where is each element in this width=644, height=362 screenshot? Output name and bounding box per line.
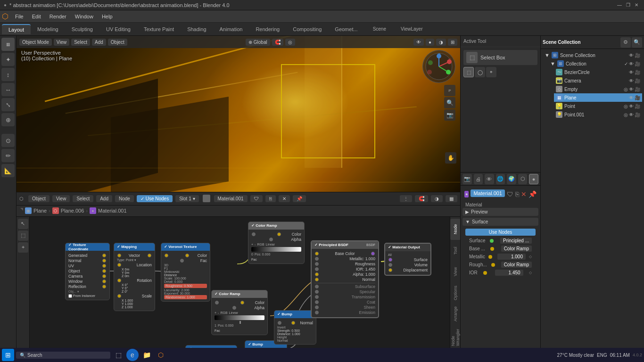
sc-eye-p1[interactable]: ◎ bbox=[624, 112, 628, 117]
prop-material-icon[interactable]: ● bbox=[529, 174, 538, 184]
tab-view-layer[interactable]: ViewLayer bbox=[394, 25, 429, 33]
sc-cam-0[interactable]: 🎥 bbox=[635, 53, 640, 58]
viewport-snap-btn[interactable]: 🧲 bbox=[272, 39, 283, 46]
sc-opt-pt[interactable]: 🎥 bbox=[635, 104, 640, 109]
sc-cam-b[interactable]: 🎥 bbox=[635, 70, 640, 75]
sc-eye-b[interactable]: 👁 bbox=[629, 70, 634, 75]
node-select-btn[interactable]: Select bbox=[73, 195, 93, 202]
node-material-btn[interactable]: Material.001 bbox=[214, 195, 248, 202]
viewport-global-btn[interactable]: ⊕ Global bbox=[246, 39, 270, 46]
node-overlay-btn[interactable]: ◑ bbox=[431, 195, 443, 202]
sc-cam-cam[interactable]: 🎥 bbox=[635, 78, 640, 83]
material-copy[interactable]: ⎘ bbox=[515, 190, 519, 198]
tab-compositing[interactable]: Compositing bbox=[286, 25, 328, 34]
tab-rendering[interactable]: Rendering bbox=[249, 25, 286, 34]
taskbar-explorer[interactable]: 📁 bbox=[140, 349, 153, 361]
tab-scene-select[interactable]: Scene bbox=[366, 25, 393, 33]
sc-eye-p[interactable]: 👁 bbox=[629, 95, 634, 100]
sc-point[interactable]: 💡 Point ◎ 👁 🎥 bbox=[554, 102, 642, 110]
viewport-gizmo[interactable]: X Z P 🔍 bbox=[422, 50, 455, 121]
sidebar-icon-tool2[interactable]: ↕ bbox=[1, 68, 15, 81]
viewport-nav-zoom[interactable]: 🔍 bbox=[444, 97, 455, 108]
sc-check[interactable]: ✓ bbox=[624, 61, 628, 66]
start-button[interactable]: ⊞ bbox=[2, 349, 14, 361]
tool-mode-box[interactable]: ⬚ bbox=[463, 67, 474, 77]
sc-plane[interactable]: ▦ Plane 👁 🎥 bbox=[554, 93, 642, 102]
prop-object-icon[interactable]: ⬡ bbox=[518, 174, 528, 184]
node-copy-btn[interactable]: ⎘ bbox=[265, 195, 276, 202]
prop-output-icon[interactable]: 🖨 bbox=[474, 174, 483, 184]
sc-camera[interactable]: 📷 Camera 👁 🎥 bbox=[554, 76, 642, 85]
viewport-object-btn[interactable]: Object bbox=[108, 39, 127, 46]
node-slot-btn[interactable]: Slot 1 ▾ bbox=[175, 195, 198, 202]
node-tool-lasso[interactable]: ⌖ bbox=[18, 242, 28, 253]
sidebar-icon-tool3[interactable]: ↔ bbox=[1, 83, 15, 96]
node-use-nodes-btn[interactable]: ✓ Use Nodes bbox=[137, 195, 173, 202]
use-nodes-btn[interactable]: Use Nodes bbox=[465, 229, 536, 236]
sc-opt-p1[interactable]: 🎥 bbox=[635, 112, 640, 117]
sidebar-icon-cursor[interactable]: ⊙ bbox=[1, 134, 15, 147]
sc-eye-pt[interactable]: ◎ bbox=[624, 104, 628, 109]
material-name[interactable]: Material.001 bbox=[471, 189, 505, 197]
ior-reset[interactable]: ◇ bbox=[529, 271, 532, 275]
node-mapping[interactable]: ✓ Mapping Vector Type: Point ▾ Location … bbox=[114, 243, 155, 311]
node-node-btn[interactable]: Node bbox=[115, 195, 134, 202]
viewport-add-btn[interactable]: Add bbox=[92, 39, 106, 46]
node-layout-btn[interactable]: ▦ bbox=[446, 195, 457, 202]
gizmo-circle[interactable]: X Z bbox=[422, 50, 455, 83]
node-tab-options[interactable]: Options bbox=[450, 282, 461, 304]
node-color-ramp-top[interactable]: ✓ Color Ramp Color Alpha +-RGBLinear 0Po… bbox=[248, 222, 305, 264]
node-principled[interactable]: ✓ Principled BSDF BSDF Base Color Metall… bbox=[311, 240, 379, 318]
material-shield[interactable]: 🛡 bbox=[507, 190, 513, 198]
tool-mode-circle[interactable]: ◯ bbox=[475, 67, 485, 77]
preview-header[interactable]: ▶ Preview bbox=[462, 208, 538, 216]
tool-mode-lasso[interactable]: ⌖ bbox=[486, 67, 496, 77]
node-tool-box[interactable]: ⬚ bbox=[18, 230, 28, 241]
menu-render[interactable]: Render bbox=[46, 13, 70, 20]
sc-eye-e[interactable]: ◎ bbox=[624, 87, 628, 92]
sidebar-icon-measure[interactable]: 📐 bbox=[1, 164, 15, 177]
metallic-reset[interactable]: ◇ bbox=[529, 255, 532, 259]
sidebar-icon-tool1[interactable]: ✦ bbox=[1, 53, 15, 66]
node-snap-btn[interactable]: 🧲 bbox=[415, 195, 428, 202]
surface-header[interactable]: ▼ Surface bbox=[462, 218, 538, 226]
menu-window[interactable]: Window bbox=[71, 13, 97, 20]
material-delete[interactable]: ✕ bbox=[521, 190, 527, 198]
tab-layout[interactable]: Layout bbox=[2, 24, 31, 34]
metallic-value[interactable]: 1.000 bbox=[497, 254, 526, 260]
close-button[interactable]: ✕ bbox=[633, 1, 640, 9]
sidebar-icon-annotate[interactable]: ✏ bbox=[1, 149, 15, 162]
sidebar-icon-transform[interactable]: ⊕ bbox=[1, 113, 15, 126]
node-options-btn[interactable]: ⋮ bbox=[400, 195, 412, 202]
viewport-options-btn[interactable]: 👁 bbox=[413, 39, 424, 46]
sc-bezier[interactable]: 〜 BezierCircle 👁 🎥 bbox=[554, 68, 642, 76]
viewport-xray-btn[interactable]: ⊞ bbox=[448, 39, 457, 46]
viewport-view-btn[interactable]: View bbox=[54, 39, 70, 46]
node-unlink-btn[interactable]: ✕ bbox=[279, 195, 290, 202]
sc-collection[interactable]: ▼ ⊞ Collection ✓ 👁 🎥 bbox=[548, 59, 642, 68]
viewport-icon-move[interactable]: ✋ bbox=[445, 152, 456, 164]
sc-cam-e[interactable]: 👁 bbox=[629, 87, 634, 92]
sc-eye-cam[interactable]: 👁 bbox=[629, 78, 634, 83]
prop-view-icon[interactable]: 👁 bbox=[485, 174, 494, 184]
node-texture-coordinate[interactable]: ✓ Texture Coordinate Generated Normal UV… bbox=[65, 243, 110, 300]
tab-modeling[interactable]: Modeling bbox=[31, 25, 65, 34]
node-pin-btn[interactable]: 📌 bbox=[293, 195, 306, 202]
node-tab-wrangler[interactable]: Node Wrangler bbox=[450, 325, 461, 346]
tab-uv-editing[interactable]: UV Editing bbox=[99, 25, 137, 34]
node-tab-view[interactable]: View bbox=[450, 261, 461, 282]
menu-help[interactable]: Help bbox=[98, 13, 116, 20]
ior-value[interactable]: 1.450 bbox=[495, 270, 523, 276]
surface-value[interactable]: Principled ... bbox=[500, 238, 532, 244]
node-tool-select[interactable]: ↖ bbox=[18, 219, 28, 229]
menu-file[interactable]: File bbox=[11, 13, 27, 20]
collection-search[interactable]: 🔍 bbox=[632, 37, 642, 48]
viewport-proportional-btn[interactable]: ◎ bbox=[285, 39, 295, 46]
tab-shading[interactable]: Shading bbox=[181, 25, 213, 34]
minimize-button[interactable]: — bbox=[616, 1, 623, 9]
node-checker[interactable]: ✓ Checker Texture Color Fac Vector Color… bbox=[185, 345, 237, 348]
breadcrumb-plane[interactable]: Plane bbox=[33, 208, 47, 214]
node-material-output[interactable]: ✓ Material Output All Surface Volume Dis… bbox=[384, 243, 431, 276]
breadcrumb-collapse[interactable] bbox=[20, 208, 23, 214]
tab-texture-paint[interactable]: Texture Paint bbox=[137, 25, 181, 34]
